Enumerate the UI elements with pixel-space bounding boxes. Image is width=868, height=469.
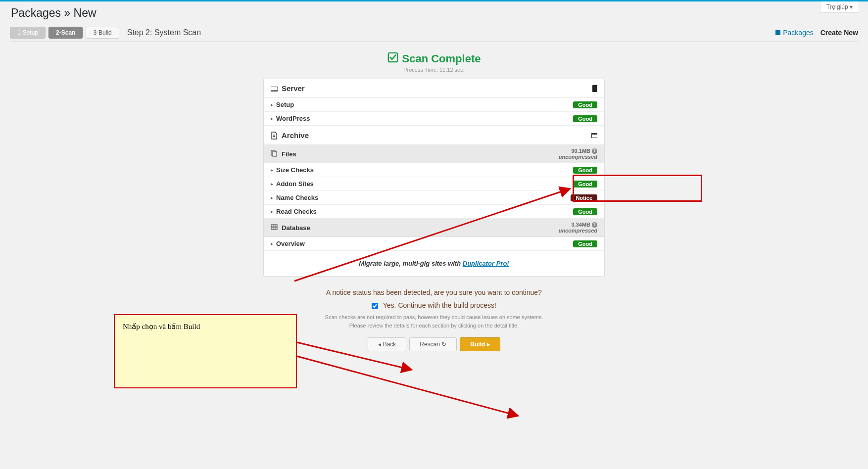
wordpress-row[interactable]: ▸ WordPress Good <box>264 112 604 126</box>
archive-section-header: Archive <box>264 126 604 145</box>
scan-title-text: Scan Complete <box>402 52 481 65</box>
server-heading-text: Server <box>282 84 305 93</box>
wordpress-label: WordPress <box>276 115 310 122</box>
status-badge: Good <box>573 240 597 247</box>
files-icon <box>271 150 278 158</box>
read-label: Read Checks <box>276 208 317 215</box>
rescan-button[interactable]: Rescan ↻ <box>409 337 457 351</box>
overview-row[interactable]: ▸ Overview Good <box>264 237 604 251</box>
svg-rect-2 <box>273 151 277 156</box>
database-label: Database <box>282 224 310 232</box>
step-toolbar: 1-Setup 2-Scan 3-Build Step 2: System Sc… <box>10 27 858 42</box>
fine-print-2: Please review the details for each secti… <box>263 322 605 330</box>
svg-rect-3 <box>271 225 277 230</box>
database-icon <box>271 224 278 232</box>
archive-heading-text: Archive <box>282 131 309 140</box>
status-badge: Good <box>573 115 597 122</box>
read-checks-row[interactable]: ▸ Read Checks Good <box>264 205 604 219</box>
status-badge: Good <box>573 208 597 215</box>
addon-sites-row[interactable]: ▸ Addon Sites Good <box>264 177 604 191</box>
create-new-link[interactable]: Create New <box>820 29 858 37</box>
caret-icon: ▸ <box>271 195 273 200</box>
size-checks-row[interactable]: ▸ Size Checks Good <box>264 163 604 177</box>
files-uncompressed: uncompressed <box>559 154 597 160</box>
promo-text: Migrate large, multi-gig sites with Dupl… <box>264 251 604 276</box>
process-time: Process Time: 11.12 sec. <box>263 67 605 73</box>
server-icon <box>271 85 278 92</box>
overview-label: Overview <box>276 240 305 247</box>
packages-icon <box>775 30 780 35</box>
notice-message: A notice status has been detected, are y… <box>263 288 605 296</box>
page-title: Packages » New <box>11 6 858 20</box>
caret-icon: ▸ <box>271 181 273 187</box>
size-checks-label: Size Checks <box>276 166 314 174</box>
annotation-box: Nhấp chọn và bấm Build <box>114 314 297 371</box>
window-icon <box>591 133 597 138</box>
setup-row[interactable]: ▸ Setup Good <box>264 98 604 112</box>
caret-icon: ▸ <box>271 116 273 121</box>
caret-icon: ▸ <box>271 102 273 107</box>
caret-icon: ▸ <box>271 241 273 246</box>
build-button[interactable]: Build ▸ <box>460 337 500 351</box>
step-3-build[interactable]: 3-Build <box>86 27 119 39</box>
packages-link-label: Packages <box>783 29 813 37</box>
caret-icon: ▸ <box>271 167 273 173</box>
db-uncompressed: uncompressed <box>559 228 597 234</box>
database-subheader: Database 3.34MB ? uncompressed <box>264 219 604 237</box>
highlight-box <box>573 175 702 202</box>
status-badge: Good <box>573 167 597 174</box>
caret-icon: ▸ <box>271 209 273 214</box>
help-icon[interactable]: ? <box>592 148 597 154</box>
scan-complete-title: Scan Complete <box>263 52 605 66</box>
back-button[interactable]: ◂ Back <box>368 337 406 351</box>
check-icon <box>387 52 398 66</box>
fine-print-1: Scan checks are not required to pass, ho… <box>263 313 605 322</box>
step-label: Step 2: System Scan <box>127 28 201 37</box>
packages-link[interactable]: Packages <box>775 29 813 37</box>
help-icon[interactable]: ? <box>592 222 597 228</box>
help-tab[interactable]: Trợ giúp ▾ <box>820 1 859 13</box>
setup-label: Setup <box>276 101 294 108</box>
files-subheader: Files 90.1MB ? uncompressed <box>264 145 604 163</box>
archive-icon <box>271 132 278 139</box>
files-size: 90.1MB <box>571 148 590 154</box>
duplicator-pro-link[interactable]: Duplicator Pro! <box>463 260 509 267</box>
server-section-header: Server <box>264 79 604 98</box>
db-size: 3.34MB <box>571 222 590 228</box>
confirm-label: Yes. Continue with the build process! <box>383 301 496 309</box>
addon-label: Addon Sites <box>276 180 314 188</box>
confirm-checkbox[interactable] <box>372 303 378 309</box>
step-2-scan[interactable]: 2-Scan <box>48 27 83 39</box>
status-badge: Good <box>573 101 597 108</box>
battery-icon <box>592 85 597 92</box>
name-checks-row[interactable]: ▸ Name Checks Notice <box>264 191 604 205</box>
name-label: Name Checks <box>276 194 318 201</box>
files-label: Files <box>282 150 296 158</box>
step-1-setup[interactable]: 1-Setup <box>10 27 46 39</box>
